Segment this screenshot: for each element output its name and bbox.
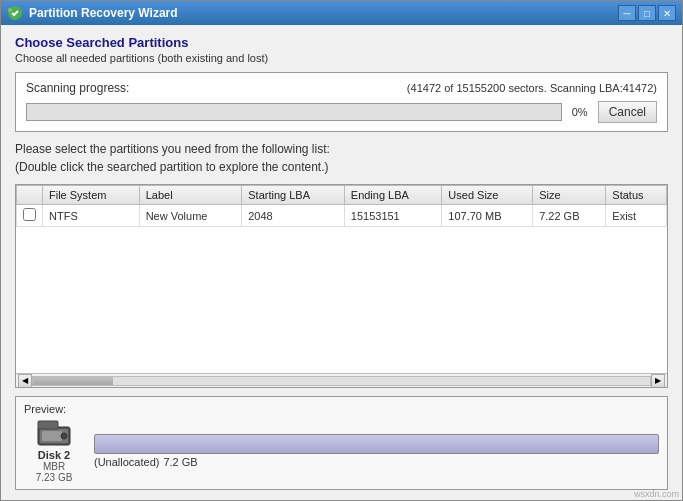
partition-visual-bar [94, 434, 659, 454]
minimize-button[interactable]: ─ [618, 5, 636, 21]
disk-drive-icon [36, 419, 72, 449]
main-content: Choose Searched Partitions Choose all ne… [1, 25, 682, 500]
disk-name: Disk 2 [38, 449, 70, 461]
row-filesystem: NTFS [43, 205, 140, 227]
horizontal-scrollbar[interactable]: ◀ ▶ [16, 373, 667, 387]
partition-bar: (Unallocated) 7.2 GB [94, 434, 659, 468]
header-section: Choose Searched Partitions Choose all ne… [15, 35, 668, 64]
row-checkbox[interactable] [23, 208, 36, 221]
instruction-line2: (Double click the searched partition to … [15, 158, 668, 176]
partitions-table-container: File System Label Starting LBA Ending LB… [15, 184, 668, 388]
row-status: Exist [606, 205, 667, 227]
col-header-label: Label [139, 186, 242, 205]
scan-info: (41472 of 15155200 sectors. Scanning LBA… [407, 82, 657, 94]
col-header-ending-lba: Ending LBA [344, 186, 442, 205]
preview-content: Disk 2 MBR 7.23 GB (Unallocated) 7.2 GB [24, 419, 659, 483]
table-scroll[interactable]: File System Label Starting LBA Ending LB… [16, 185, 667, 373]
col-header-checkbox [17, 186, 43, 205]
table-body: NTFS New Volume 2048 15153151 107.70 MB … [17, 205, 667, 227]
scroll-left-button[interactable]: ◀ [18, 374, 32, 388]
section-subtitle: Choose all needed partitions (both exist… [15, 52, 668, 64]
progress-row: 0% Cancel [26, 101, 657, 123]
section-title: Choose Searched Partitions [15, 35, 668, 50]
col-header-filesystem: File System [43, 186, 140, 205]
progress-percent: 0% [568, 106, 592, 118]
disk-size: 7.23 GB [36, 472, 73, 483]
preview-section: Preview: Disk 2 MBR 7.23 GB [15, 396, 668, 490]
partition-label: (Unallocated) [94, 456, 159, 468]
row-starting-lba: 2048 [242, 205, 345, 227]
partitions-table: File System Label Starting LBA Ending LB… [16, 185, 667, 227]
col-header-starting-lba: Starting LBA [242, 186, 345, 205]
title-bar-controls: ─ □ ✕ [618, 5, 676, 21]
svg-rect-4 [42, 431, 62, 441]
cancel-button[interactable]: Cancel [598, 101, 657, 123]
title-bar-text: Partition Recovery Wizard [29, 6, 618, 20]
disk-type: MBR [43, 461, 65, 472]
instructions: Please select the partitions you need fr… [15, 140, 668, 176]
scan-info-row: Scanning progress: (41472 of 15155200 se… [26, 81, 657, 95]
scrollbar-track[interactable] [32, 376, 651, 386]
maximize-button[interactable]: □ [638, 5, 656, 21]
col-header-used-size: Used Size [442, 186, 533, 205]
row-size: 7.22 GB [533, 205, 606, 227]
watermark: wsxdn.com [634, 489, 679, 499]
scan-label: Scanning progress: [26, 81, 129, 95]
svg-point-1 [8, 8, 12, 12]
preview-label: Preview: [24, 403, 659, 415]
table-row[interactable]: NTFS New Volume 2048 15153151 107.70 MB … [17, 205, 667, 227]
close-button[interactable]: ✕ [658, 5, 676, 21]
row-ending-lba: 15153151 [344, 205, 442, 227]
disk-icon-area: Disk 2 MBR 7.23 GB [24, 419, 84, 483]
col-header-status: Status [606, 186, 667, 205]
scrollbar-thumb[interactable] [33, 377, 113, 385]
row-checkbox-cell[interactable] [17, 205, 43, 227]
svg-point-5 [61, 433, 67, 439]
col-header-size: Size [533, 186, 606, 205]
svg-rect-6 [38, 421, 58, 429]
instruction-line1: Please select the partitions you need fr… [15, 140, 668, 158]
table-header-row: File System Label Starting LBA Ending LB… [17, 186, 667, 205]
partition-size: 7.2 GB [163, 456, 197, 468]
scroll-right-button[interactable]: ▶ [651, 374, 665, 388]
row-used-size: 107.70 MB [442, 205, 533, 227]
main-window: Partition Recovery Wizard ─ □ ✕ Choose S… [0, 0, 683, 501]
partition-info-row: (Unallocated) 7.2 GB [94, 456, 659, 468]
scan-box: Scanning progress: (41472 of 15155200 se… [15, 72, 668, 132]
row-label: New Volume [139, 205, 242, 227]
app-icon [7, 5, 23, 21]
progress-bar-container [26, 103, 562, 121]
title-bar: Partition Recovery Wizard ─ □ ✕ [1, 1, 682, 25]
